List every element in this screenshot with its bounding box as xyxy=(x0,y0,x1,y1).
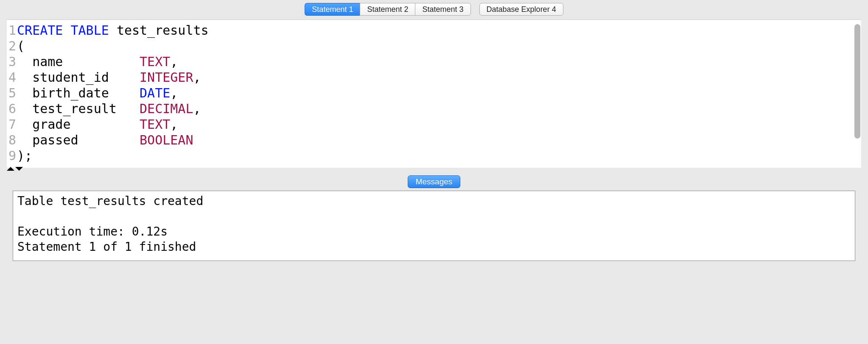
pane-splitter[interactable] xyxy=(7,168,861,175)
message-line: Execution time: 0.12s xyxy=(17,225,168,239)
line-number: 4 xyxy=(8,69,16,85)
message-line: Statement 1 of 1 finished xyxy=(17,240,196,254)
splitter-collapse-down-icon[interactable] xyxy=(15,167,23,171)
tab-spacer xyxy=(471,3,479,16)
tab-label: Statement 3 xyxy=(422,5,463,14)
line-number: 2 xyxy=(8,38,16,54)
line-number-gutter: 1 2 3 4 5 6 7 8 9 xyxy=(7,20,16,168)
sql-editor[interactable]: 1 2 3 4 5 6 7 8 9 CREATE TABLE test_resu… xyxy=(7,19,861,168)
line-number: 5 xyxy=(8,85,16,101)
tab-label: Database Explorer 4 xyxy=(487,5,556,14)
line-number: 8 xyxy=(8,132,16,148)
type-keyword: DATE xyxy=(140,86,170,100)
identifier: test_results xyxy=(117,23,209,38)
tab-label: Statement 1 xyxy=(312,5,353,14)
punct: , xyxy=(170,86,178,100)
sql-code-area[interactable]: CREATE TABLE test_results ( name TEXT, s… xyxy=(16,20,209,168)
tab-label: Statement 2 xyxy=(367,5,408,14)
editor-tabs-bar: Statement 1 Statement 2 Statement 3 Data… xyxy=(0,0,868,17)
tab-label: Messages xyxy=(416,177,453,186)
tab-statement-2[interactable]: Statement 2 xyxy=(360,3,415,16)
line-number: 9 xyxy=(8,148,16,164)
column-name: student_id xyxy=(32,70,109,85)
tab-statement-1[interactable]: Statement 1 xyxy=(305,3,360,16)
punct: , xyxy=(193,70,201,85)
line-number: 6 xyxy=(8,101,16,117)
line-number: 7 xyxy=(8,117,16,132)
column-name: birth_date xyxy=(32,86,109,100)
tab-messages[interactable]: Messages xyxy=(408,175,461,188)
type-keyword: DECIMAL xyxy=(140,101,193,116)
column-name: grade xyxy=(32,117,70,132)
splitter-collapse-up-icon[interactable] xyxy=(7,167,14,171)
column-name: passed xyxy=(32,133,78,147)
type-keyword: INTEGER xyxy=(140,70,193,85)
punct: , xyxy=(193,101,201,116)
keyword: TABLE xyxy=(71,23,109,38)
editor-tabs: Statement 1 Statement 2 Statement 3 Data… xyxy=(305,3,563,16)
sql-workbench-pane: Statement 1 Statement 2 Statement 3 Data… xyxy=(0,0,868,344)
keyword: CREATE xyxy=(17,23,63,38)
tab-database-explorer[interactable]: Database Explorer 4 xyxy=(479,3,563,16)
type-keyword: TEXT xyxy=(140,54,170,69)
code-text: ( xyxy=(17,39,25,53)
type-keyword: TEXT xyxy=(140,117,170,132)
column-name: name xyxy=(32,54,63,69)
punct: , xyxy=(170,54,178,69)
editor-scrollbar-thumb[interactable] xyxy=(854,24,860,139)
code-text: ); xyxy=(17,148,32,163)
punct: , xyxy=(170,117,178,132)
type-keyword: BOOLEAN xyxy=(140,133,193,147)
tab-statement-3[interactable]: Statement 3 xyxy=(415,3,470,16)
line-number: 1 xyxy=(8,22,16,38)
messages-output[interactable]: Table test_results created Execution tim… xyxy=(13,191,855,261)
result-tabs-bar: Messages xyxy=(0,175,868,189)
column-name: test_result xyxy=(32,101,117,116)
message-line: Table test_results created xyxy=(17,194,203,208)
line-number: 3 xyxy=(8,54,16,69)
